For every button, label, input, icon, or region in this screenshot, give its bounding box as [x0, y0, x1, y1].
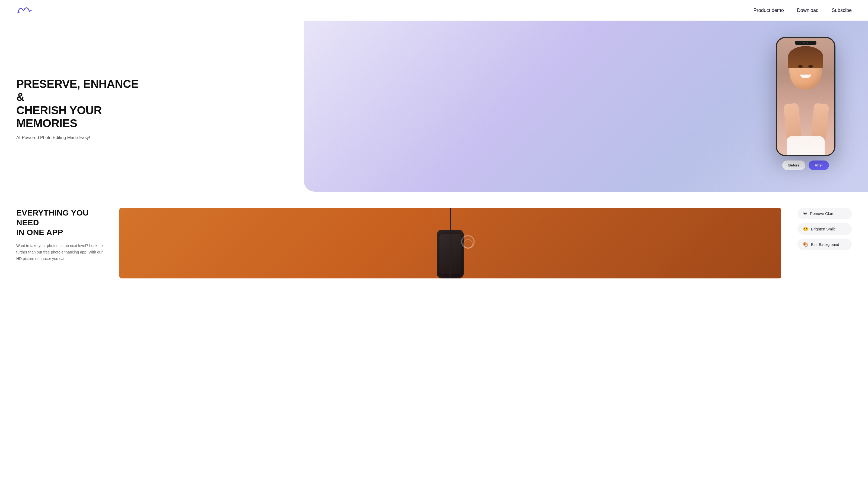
hero-subtitle: AI-Powered Photo Editing Made Easy! [16, 135, 147, 140]
phone-screen [777, 38, 834, 155]
everything-description: Want to take your photos to the next lev… [16, 242, 103, 262]
nav-product-demo[interactable]: Product demo [753, 8, 784, 13]
before-button[interactable]: Before [782, 161, 805, 170]
header: Product demo Download Subscibe [0, 0, 868, 21]
everything-section: EVERYTHING YOU NEED IN ONE APP Want to t… [0, 192, 868, 289]
feature-blur-bg[interactable]: 🎨 Blur Background [798, 238, 852, 250]
photo-comparison [119, 208, 781, 279]
logo-icon [16, 5, 33, 16]
hair-top [788, 46, 823, 68]
everything-title-line2: IN ONE APP [16, 228, 63, 237]
after-button[interactable]: After [809, 161, 829, 170]
svg-point-1 [31, 10, 32, 11]
phone-photo [777, 38, 834, 155]
main-nav: Product demo Download Subscibe [753, 8, 852, 13]
phone-mockup: Before After [776, 37, 835, 170]
hand-left [783, 103, 801, 139]
eye-left [798, 65, 803, 68]
phone-frame [776, 37, 835, 156]
hero-section: PRESERVE, ENHANCE & CHERISH YOUR MEMORIE… [0, 21, 868, 192]
features-sidebar: 👁 Remove Glare 😊 Brighten Smile 🎨 Blur B… [798, 208, 852, 250]
everything-title: EVERYTHING YOU NEED IN ONE APP [16, 208, 103, 237]
phone-notch [795, 41, 816, 45]
everything-title-line1: EVERYTHING YOU NEED [16, 208, 89, 227]
photo-divider-line [450, 208, 451, 279]
top-garment [786, 136, 825, 155]
notch-dot-left [803, 42, 805, 44]
feature-brighten-smile[interactable]: 😊 Brighten Smile [798, 223, 852, 235]
remove-glare-label: Remove Glare [810, 212, 834, 216]
hand-right [811, 103, 829, 139]
hero-title-line2: CHERISH YOUR MEMORIES [16, 104, 102, 130]
remove-glare-icon: 👁 [803, 211, 807, 216]
nav-download[interactable]: Download [797, 8, 818, 13]
hero-title-line1: PRESERVE, ENHANCE & [16, 77, 138, 103]
photo-toggle-buttons: Before After [782, 161, 829, 170]
smile [800, 74, 811, 78]
notch-dot-right [806, 42, 808, 44]
ring-deco-2 [463, 239, 473, 249]
hero-text-block: PRESERVE, ENHANCE & CHERISH YOUR MEMORIE… [16, 67, 147, 140]
logo[interactable] [16, 5, 33, 16]
hero-title: PRESERVE, ENHANCE & CHERISH YOUR MEMORIE… [16, 77, 147, 130]
feature-remove-glare[interactable]: 👁 Remove Glare [798, 208, 852, 219]
eyes [798, 65, 813, 68]
everything-text-block: EVERYTHING YOU NEED IN ONE APP Want to t… [16, 208, 103, 262]
nav-subscribe[interactable]: Subscibe [832, 8, 852, 13]
svg-point-0 [18, 12, 19, 13]
brighten-smile-label: Brighten Smile [811, 227, 836, 231]
blur-bg-label: Blur Background [811, 242, 839, 247]
brighten-smile-icon: 😊 [803, 226, 808, 231]
blur-bg-icon: 🎨 [803, 242, 808, 247]
eye-right [808, 65, 813, 68]
